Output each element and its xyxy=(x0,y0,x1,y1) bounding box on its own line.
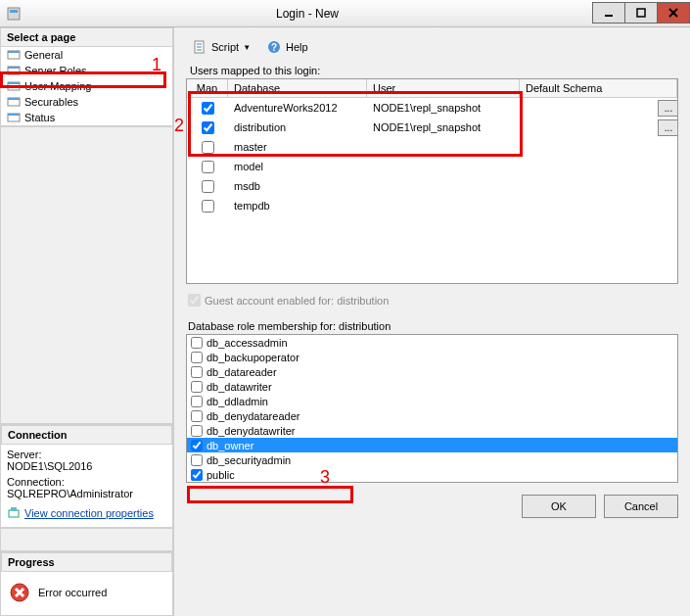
script-button[interactable]: Script ▼ xyxy=(186,37,256,57)
map-checkbox[interactable] xyxy=(202,180,214,193)
map-checkbox[interactable] xyxy=(202,200,214,213)
schema-cell xyxy=(520,185,652,187)
schema-cell xyxy=(520,126,652,128)
connection-icon xyxy=(7,505,21,521)
map-checkbox[interactable] xyxy=(202,102,214,115)
cancel-button[interactable]: Cancel xyxy=(604,495,678,518)
role-checkbox[interactable] xyxy=(191,425,203,437)
role-item[interactable]: db_owner xyxy=(187,438,677,452)
page-icon xyxy=(7,112,21,123)
map-checkbox[interactable] xyxy=(202,141,214,154)
col-schema-header[interactable]: Default Schema xyxy=(520,79,677,97)
window-title: Login - New xyxy=(22,7,593,21)
connection-header: Connection xyxy=(1,425,172,445)
script-icon xyxy=(192,39,207,55)
select-page-header: Select a page xyxy=(0,27,173,47)
role-membership-list[interactable]: db_accessadmindb_backupoperatordb_datare… xyxy=(186,334,678,483)
role-name: db_accessadmin xyxy=(207,337,288,349)
ok-button[interactable]: OK xyxy=(522,495,596,518)
page-icon xyxy=(7,65,21,76)
role-item[interactable]: db_datawriter xyxy=(187,379,677,394)
conn-link-text: View connection properties xyxy=(24,507,154,519)
role-checkbox[interactable] xyxy=(191,469,203,481)
role-checkbox[interactable] xyxy=(191,454,203,466)
table-row[interactable]: master xyxy=(187,137,677,157)
table-row[interactable]: AdventureWorks2012NODE1\repl_snapshot... xyxy=(187,98,677,118)
left-panel: Select a page General Server Roles User … xyxy=(0,27,174,616)
role-item[interactable]: db_ddladmin xyxy=(187,394,677,408)
role-name: db_datawriter xyxy=(207,381,272,393)
chevron-down-icon: ▼ xyxy=(243,43,251,52)
page-icon xyxy=(7,80,21,92)
page-item-securables[interactable]: Securables xyxy=(1,94,172,110)
page-icon xyxy=(7,96,21,108)
col-user-header[interactable]: User xyxy=(367,79,520,97)
svg-rect-17 xyxy=(11,507,17,511)
map-checkbox[interactable] xyxy=(202,161,214,173)
app-icon xyxy=(6,6,22,22)
view-connection-properties-link[interactable]: View connection properties xyxy=(7,505,166,521)
role-item[interactable]: db_accessadmin xyxy=(187,335,677,350)
right-panel: Script ▼ ? Help Users mapped to this log… xyxy=(174,27,690,616)
database-cell: AdventureWorks2012 xyxy=(228,101,367,115)
role-name: db_datareader xyxy=(207,366,277,378)
map-checkbox[interactable] xyxy=(202,121,214,134)
col-database-header[interactable]: Database xyxy=(228,79,367,97)
schema-cell xyxy=(520,107,652,109)
role-item[interactable]: db_backupoperator xyxy=(187,350,677,364)
role-checkbox[interactable] xyxy=(191,410,203,422)
page-item-user-mapping[interactable]: User Mapping xyxy=(1,78,172,94)
page-label: User Mapping xyxy=(24,80,91,92)
svg-text:?: ? xyxy=(271,42,277,53)
guest-label: Guest account enabled for: distribution xyxy=(205,295,389,307)
role-item[interactable]: db_denydatareader xyxy=(187,408,677,423)
col-map-header[interactable]: Map xyxy=(187,79,228,97)
table-row[interactable]: tempdb xyxy=(187,196,677,215)
role-checkbox[interactable] xyxy=(191,381,203,393)
user-mapping-grid: Map Database User Default Schema Adventu… xyxy=(186,78,678,284)
guest-checkbox xyxy=(188,294,201,307)
role-checkbox[interactable] xyxy=(191,366,203,378)
role-item[interactable]: db_denydatawriter xyxy=(187,423,677,438)
table-row[interactable]: msdb xyxy=(187,176,677,196)
table-row[interactable]: distributionNODE1\repl_snapshot... xyxy=(187,118,677,137)
role-checkbox[interactable] xyxy=(191,440,203,451)
svg-rect-3 xyxy=(637,9,645,17)
server-label: Server: xyxy=(7,449,166,460)
schema-browse-button[interactable]: ... xyxy=(658,100,677,117)
user-cell xyxy=(367,185,520,187)
schema-browse-button[interactable]: ... xyxy=(658,119,677,136)
page-item-general[interactable]: General xyxy=(1,47,172,63)
table-row[interactable]: model xyxy=(187,157,677,176)
schema-cell xyxy=(520,146,652,148)
script-label: Script xyxy=(211,41,239,53)
role-checkbox[interactable] xyxy=(191,396,203,407)
close-button[interactable] xyxy=(657,2,690,24)
role-checkbox[interactable] xyxy=(191,352,203,363)
role-name: db_owner xyxy=(207,440,253,451)
help-button[interactable]: ? Help xyxy=(260,37,314,57)
page-icon xyxy=(7,49,21,61)
minimize-button[interactable] xyxy=(592,2,625,24)
svg-rect-16 xyxy=(9,510,19,517)
users-mapped-label: Users mapped to this login: xyxy=(186,65,678,76)
progress-status: Error occurred xyxy=(38,587,107,598)
role-item[interactable]: public xyxy=(187,467,677,482)
role-name: db_backupoperator xyxy=(207,352,299,363)
role-checkbox[interactable] xyxy=(191,337,203,349)
role-item[interactable]: db_securityadmin xyxy=(187,452,677,467)
conn-value: SQLREPRO\Administrator xyxy=(7,488,166,499)
page-item-server-roles[interactable]: Server Roles xyxy=(1,63,172,78)
svg-rect-11 xyxy=(8,82,20,84)
progress-header: Progress xyxy=(1,552,172,572)
page-item-status[interactable]: Status xyxy=(1,110,172,125)
user-cell: NODE1\repl_snapshot xyxy=(367,101,520,115)
page-label: Status xyxy=(24,112,55,123)
page-list: General Server Roles User Mapping Secura… xyxy=(0,47,173,126)
schema-cell xyxy=(520,205,652,207)
role-item[interactable]: db_datareader xyxy=(187,364,677,379)
page-label: Securables xyxy=(24,96,78,108)
role-name: db_securityadmin xyxy=(207,454,291,466)
maximize-button[interactable] xyxy=(624,2,658,24)
database-cell: msdb xyxy=(228,179,367,193)
